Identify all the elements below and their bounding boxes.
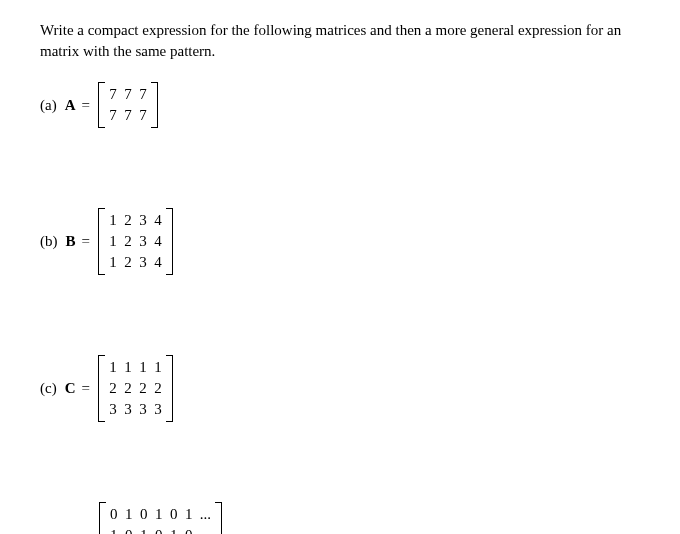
- matrix-row: 1111: [109, 357, 162, 378]
- var-a: A: [65, 97, 76, 114]
- matrix-cell: ...: [200, 504, 211, 525]
- matrix-cell: 2: [109, 378, 117, 399]
- var-b: B: [66, 233, 76, 250]
- matrix-cell: 3: [154, 399, 162, 420]
- matrix-cell: 0: [125, 525, 133, 534]
- matrix-cell: 2: [124, 378, 132, 399]
- matrix-row: 3333: [109, 399, 162, 420]
- matrix-cell: 7: [139, 84, 147, 105]
- matrix-body: 123412341234: [105, 208, 166, 275]
- matrix-row: 777: [109, 84, 147, 105]
- matrix-cell: 4: [154, 210, 162, 231]
- matrix-row: 010101...: [110, 504, 211, 525]
- bracket-right: [151, 82, 158, 128]
- label-a: (a): [40, 97, 57, 114]
- problem-d: (d) D = 010101...101010...010101...10101…: [40, 502, 640, 534]
- matrix-row: 1234: [109, 252, 162, 273]
- matrix-cell: 1: [109, 231, 117, 252]
- matrix-cell: 7: [124, 105, 132, 126]
- eq-c: =: [82, 380, 90, 397]
- matrix-body: 777777: [105, 82, 151, 128]
- matrix-cell: 1: [139, 357, 147, 378]
- matrix-cell: 1: [109, 357, 117, 378]
- matrix-cell: 1: [110, 525, 118, 534]
- matrix-row: 101010...: [110, 525, 211, 534]
- bracket-left: [98, 82, 105, 128]
- matrix-cell: 0: [170, 504, 178, 525]
- bracket-left: [98, 355, 105, 422]
- matrix-cell: 7: [109, 84, 117, 105]
- matrix-cell: 2: [139, 378, 147, 399]
- matrix-cell: 0: [155, 525, 163, 534]
- matrix-cell: 3: [139, 399, 147, 420]
- matrix-cell: 1: [185, 504, 193, 525]
- matrix-cell: ...: [200, 525, 211, 534]
- problem-b: (b) B = 123412341234: [40, 208, 640, 275]
- matrix-row: 1234: [109, 231, 162, 252]
- matrix-b: 123412341234: [98, 208, 173, 275]
- matrix-cell: 1: [155, 504, 163, 525]
- eq-b: =: [82, 233, 90, 250]
- problem-a: (a) A = 777777: [40, 82, 640, 128]
- matrix-cell: 3: [139, 231, 147, 252]
- bracket-right: [215, 502, 222, 534]
- matrix-cell: 3: [139, 210, 147, 231]
- label-b: (b): [40, 233, 58, 250]
- label-c: (c): [40, 380, 57, 397]
- matrix-cell: 1: [109, 252, 117, 273]
- matrix-cell: 0: [140, 504, 148, 525]
- matrix-cell: 0: [185, 525, 193, 534]
- eq-a: =: [82, 97, 90, 114]
- matrix-c: 111122223333: [98, 355, 173, 422]
- bracket-right: [166, 208, 173, 275]
- matrix-cell: 1: [109, 210, 117, 231]
- matrix-cell: 1: [140, 525, 148, 534]
- matrix-cell: 3: [109, 399, 117, 420]
- bracket-right: [166, 355, 173, 422]
- matrix-cell: 7: [109, 105, 117, 126]
- matrix-body: 010101...101010...010101...101010......: [106, 502, 215, 534]
- matrix-cell: 2: [124, 210, 132, 231]
- matrix-d: 010101...101010...010101...101010......: [99, 502, 222, 534]
- matrix-cell: 1: [124, 357, 132, 378]
- problem-c: (c) C = 111122223333: [40, 355, 640, 422]
- matrix-cell: 4: [154, 252, 162, 273]
- matrix-cell: 3: [139, 252, 147, 273]
- matrix-row: 1234: [109, 210, 162, 231]
- matrix-body: 111122223333: [105, 355, 166, 422]
- matrix-cell: 4: [154, 231, 162, 252]
- matrix-a: 777777: [98, 82, 158, 128]
- bracket-left: [99, 502, 106, 534]
- prompt-text: Write a compact expression for the follo…: [40, 20, 640, 62]
- matrix-cell: 0: [110, 504, 118, 525]
- matrix-cell: 1: [125, 504, 133, 525]
- matrix-cell: 2: [154, 378, 162, 399]
- matrix-cell: 7: [124, 84, 132, 105]
- matrix-row: 2222: [109, 378, 162, 399]
- matrix-cell: 3: [124, 399, 132, 420]
- matrix-row: 777: [109, 105, 147, 126]
- matrix-cell: 2: [124, 231, 132, 252]
- var-c: C: [65, 380, 76, 397]
- matrix-cell: 7: [139, 105, 147, 126]
- matrix-cell: 2: [124, 252, 132, 273]
- bracket-left: [98, 208, 105, 275]
- matrix-cell: 1: [154, 357, 162, 378]
- matrix-cell: 1: [170, 525, 178, 534]
